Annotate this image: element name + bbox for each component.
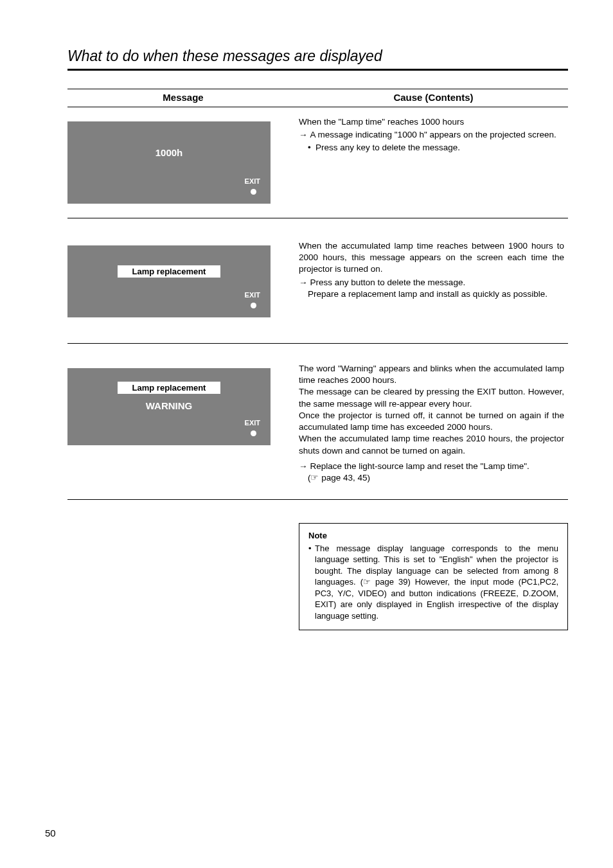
cause-arrow-text: Replace the light-source lamp and reset … bbox=[310, 461, 529, 472]
table-row: Lamp replacement EXIT When the accumulat… bbox=[67, 218, 568, 343]
exit-label: EXIT bbox=[67, 420, 260, 427]
header-cause: Cause (Contents) bbox=[299, 92, 568, 103]
cause-intro: When the "Lamp time" reaches 1000 hours bbox=[299, 116, 564, 128]
message-pill: Lamp replacement bbox=[118, 265, 220, 278]
exit-dot-icon bbox=[251, 189, 256, 195]
table-row: 1000h EXIT When the "Lamp time" reaches … bbox=[67, 107, 568, 218]
message-box-lamp-replacement: Lamp replacement EXIT bbox=[67, 245, 271, 317]
message-main-text: 1000h bbox=[155, 147, 183, 158]
exit-dot-icon bbox=[251, 430, 256, 436]
cause-paragraph: Once the projector is turned off, it can… bbox=[299, 410, 564, 433]
message-pill: Lamp replacement bbox=[118, 382, 220, 394]
header-message: Message bbox=[67, 92, 299, 103]
cause-paragraph: When the accumulated lamp time reaches b… bbox=[299, 240, 564, 276]
arrow-icon: → bbox=[299, 277, 308, 288]
message-box-1000h: 1000h EXIT bbox=[67, 121, 271, 204]
cause-ref: (☞ page 43, 45) bbox=[299, 472, 564, 484]
arrow-icon: → bbox=[299, 461, 308, 472]
message-warning-text: WARNING bbox=[146, 400, 193, 411]
page-number: 50 bbox=[45, 828, 56, 838]
page-title: What to do when these messages are displ… bbox=[67, 48, 568, 65]
cause-paragraph: When the accumulated lamp time reaches 2… bbox=[299, 433, 564, 456]
row-rule bbox=[67, 499, 568, 500]
note-box: Note The message display language corres… bbox=[299, 523, 568, 630]
exit-label: EXIT bbox=[67, 178, 260, 185]
message-box-warning: Lamp replacement WARNING EXIT bbox=[67, 368, 271, 445]
exit-dot-icon bbox=[251, 303, 256, 308]
cause-arrow-text: Press any button to delete the message. bbox=[310, 277, 466, 288]
cause-paragraph: The word "Warning" appears and blinks wh… bbox=[299, 363, 564, 386]
note-body: The message display language corresponds… bbox=[308, 543, 558, 622]
exit-label: EXIT bbox=[67, 292, 260, 299]
cause-bullet: Press any key to delete the message. bbox=[299, 142, 564, 154]
table-header: Message Cause (Contents) bbox=[67, 89, 568, 107]
table-row: Lamp replacement WARNING EXIT The word "… bbox=[67, 344, 568, 499]
cause-paragraph: The message can be cleared by pressing t… bbox=[299, 386, 564, 409]
title-rule bbox=[67, 69, 568, 71]
cause-arrow-text: A message indicating "1000 h" appears on… bbox=[310, 129, 556, 141]
cause-sub: Prepare a replacement lamp and install a… bbox=[299, 288, 564, 300]
note-title: Note bbox=[308, 530, 558, 542]
arrow-icon: → bbox=[299, 129, 308, 141]
